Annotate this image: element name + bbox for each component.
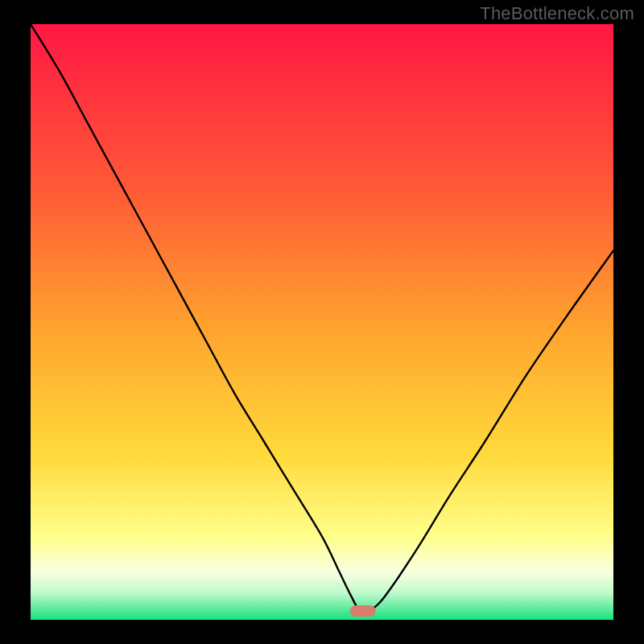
gradient-background <box>31 24 613 620</box>
bottleneck-chart <box>31 24 613 620</box>
optimal-marker <box>350 605 376 617</box>
plot-area <box>31 24 613 620</box>
chart-frame: TheBottleneck.com <box>0 0 644 644</box>
watermark-text: TheBottleneck.com <box>480 3 634 24</box>
